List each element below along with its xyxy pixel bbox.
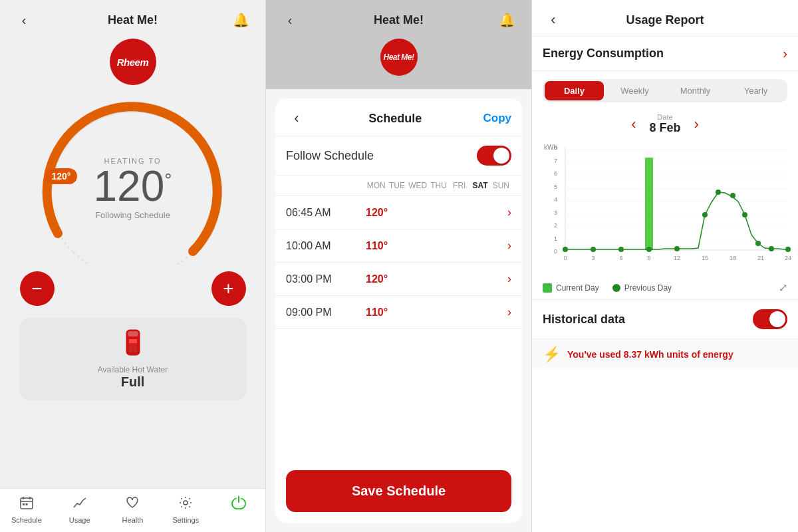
sched-time-2: 03:00 PM: [286, 273, 366, 285]
rheem-logo: Rheem: [110, 39, 156, 85]
tab-monthly[interactable]: Monthly: [666, 81, 725, 100]
svg-text:21: 21: [757, 255, 764, 261]
svg-point-41: [674, 246, 680, 251]
follow-schedule-toggle[interactable]: [477, 146, 511, 166]
svg-text:0: 0: [554, 248, 557, 255]
usage-report-title: Usage Report: [564, 13, 766, 27]
day-fri: FRI: [449, 181, 469, 190]
tab-yearly[interactable]: Yearly: [726, 81, 785, 100]
svg-rect-6: [23, 503, 25, 505]
nav-usage[interactable]: Usage: [60, 495, 100, 524]
temperature-controls: − +: [20, 271, 246, 306]
schedule-label: Schedule: [11, 516, 42, 524]
svg-text:2: 2: [554, 222, 557, 229]
svg-point-48: [785, 247, 791, 252]
health-label: Health: [122, 516, 144, 524]
energy-chart: kWh 0 1 2 3 4 5 6 7 8: [539, 140, 791, 276]
gauge-center: HEATING TO 120° Following Schedule: [94, 157, 172, 220]
tab-daily[interactable]: Daily: [545, 81, 604, 100]
previous-day-swatch: [612, 284, 620, 292]
day-mon: MON: [366, 181, 386, 190]
schedule-back-button[interactable]: ‹: [286, 108, 307, 129]
panel2-bell-button[interactable]: 🔔: [497, 9, 518, 31]
historical-data-section: Historical data: [532, 299, 798, 338]
sched-temp-3: 110°: [366, 307, 507, 319]
usage-label: Usage: [69, 516, 90, 524]
prev-dot: [563, 247, 568, 252]
svg-point-47: [769, 246, 774, 251]
panel2-back-button[interactable]: ‹: [279, 9, 301, 31]
energy-consumption-section[interactable]: Energy Consumption ›: [532, 37, 798, 71]
panel-schedule: ‹ Heat Me! 🔔 Heat Me! ‹ Schedule Copy Fo…: [266, 0, 532, 532]
svg-text:3: 3: [554, 209, 557, 216]
usage-value: 8.37: [624, 349, 642, 360]
chart-svg: kWh 0 1 2 3 4 5 6 7 8: [539, 140, 791, 273]
period-tabs: DailyWeeklyMonthlyYearly: [543, 79, 787, 102]
svg-text:5: 5: [554, 184, 557, 190]
increase-temp-button[interactable]: +: [211, 271, 246, 306]
bottom-nav: Schedule Usage Health Settings: [0, 488, 265, 532]
day-tue: TUE: [386, 181, 407, 190]
nav-schedule[interactable]: Schedule: [7, 495, 47, 524]
schedule-entry-0[interactable]: 06:45 AM 120° ›: [275, 196, 522, 229]
hot-water-label: Available Hot Water: [98, 365, 168, 374]
energy-usage-row: ⚡ You've used 8.37 kWh units of energy: [532, 338, 798, 370]
svg-point-46: [755, 241, 761, 246]
bell-button[interactable]: 🔔: [231, 9, 252, 31]
hot-water-status: Available Hot Water Full: [20, 318, 246, 400]
nav-settings[interactable]: Settings: [166, 495, 205, 524]
schedule-entry-2[interactable]: 03:00 PM 120° ›: [275, 263, 522, 296]
panel2-logo-text: Heat Me!: [383, 53, 414, 62]
usage-text-pre: You've used: [567, 349, 624, 360]
schedule-entry-3[interactable]: 09:00 PM 110° ›: [275, 296, 522, 329]
svg-text:24: 24: [785, 255, 791, 261]
panel2-top-bar: ‹ Heat Me! 🔔 Heat Me!: [266, 0, 531, 89]
svg-text:1: 1: [554, 235, 557, 242]
temp-badge-label: 120°: [45, 168, 78, 184]
svg-point-42: [702, 212, 708, 217]
svg-point-43: [716, 190, 721, 195]
schedule-icon: [19, 495, 34, 514]
usage-report-back-button[interactable]: ‹: [543, 9, 564, 31]
nav-health[interactable]: Health: [112, 495, 152, 524]
svg-text:15: 15: [702, 255, 708, 261]
schedule-card-header: ‹ Schedule Copy: [275, 98, 522, 136]
historical-title: Historical data: [543, 313, 625, 327]
svg-point-45: [742, 212, 747, 217]
hot-water-value: Full: [121, 374, 145, 390]
energy-consumption-title: Energy Consumption: [543, 47, 664, 61]
svg-text:0: 0: [563, 255, 567, 261]
historical-data-toggle[interactable]: [753, 309, 787, 329]
day-sat: SAT: [469, 181, 490, 190]
sched-time-3: 09:00 PM: [286, 307, 366, 319]
save-schedule-button[interactable]: Save Schedule: [286, 470, 511, 512]
date-navigation: ‹ Date 8 Feb ›: [543, 113, 787, 135]
next-date-button[interactable]: ›: [694, 116, 699, 133]
sched-chevron-0: ›: [507, 205, 511, 219]
schedule-entry-1[interactable]: 10:00 AM 110° ›: [275, 229, 522, 263]
svg-text:18: 18: [730, 255, 736, 261]
svg-point-38: [591, 247, 596, 252]
svg-text:9: 9: [647, 255, 650, 261]
panel2-app-header: ‹ Heat Me! 🔔: [279, 9, 518, 31]
back-button[interactable]: ‹: [13, 9, 35, 31]
sched-chevron-1: ›: [507, 239, 511, 253]
energy-usage-text: You've used 8.37 kWh units of energy: [567, 349, 733, 360]
date-value: 8 Feb: [649, 121, 680, 135]
day-thu: THU: [428, 181, 449, 190]
panel2-app-title: Heat Me!: [374, 13, 424, 27]
schedule-card: ‹ Schedule Copy Follow Schedule MON TUE …: [275, 98, 522, 523]
copy-button[interactable]: Copy: [483, 112, 512, 125]
nav-power[interactable]: [219, 495, 259, 524]
tab-weekly[interactable]: Weekly: [605, 81, 664, 100]
svg-text:6: 6: [619, 255, 622, 261]
svg-text:8: 8: [554, 144, 557, 151]
decrease-temp-button[interactable]: −: [20, 271, 55, 306]
svg-text:12: 12: [674, 255, 680, 261]
empty-cell: [286, 181, 366, 190]
energy-chevron-icon: ›: [783, 46, 787, 61]
sched-time-1: 10:00 AM: [286, 240, 366, 252]
prev-date-button[interactable]: ‹: [631, 116, 636, 133]
expand-chart-button[interactable]: ⤢: [779, 281, 787, 294]
svg-text:6: 6: [554, 170, 557, 177]
